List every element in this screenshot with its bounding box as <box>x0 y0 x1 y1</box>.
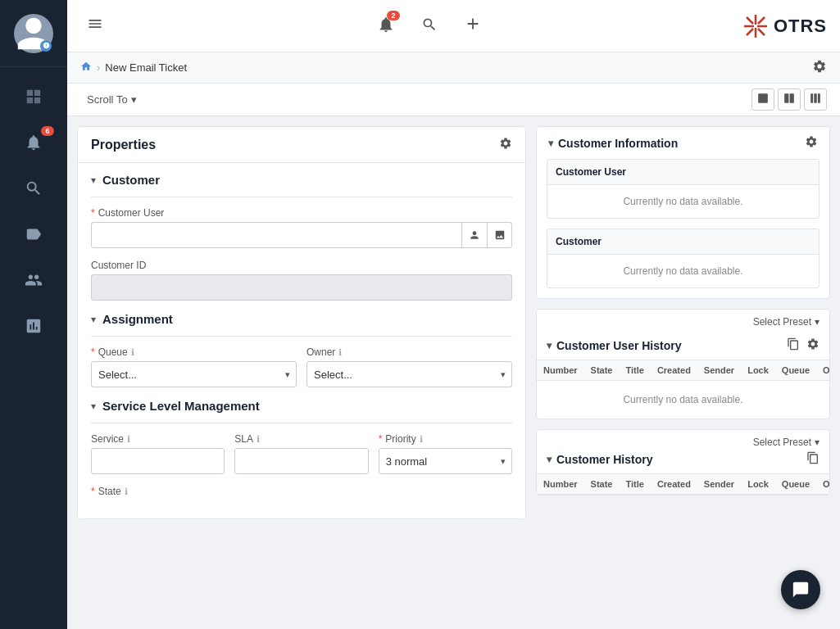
customer-user-history-settings-button[interactable] <box>806 337 820 353</box>
preset-chevron-icon: ▾ <box>815 316 820 328</box>
priority-label: * Priority ℹ <box>379 433 512 445</box>
svg-rect-8 <box>758 93 768 103</box>
header-center: 2 <box>116 8 742 43</box>
service-field-item: Service ℹ <box>91 433 225 474</box>
sidebar: 6 <box>0 0 67 629</box>
avatar-settings-badge <box>40 40 52 52</box>
history-col-owner: Owner <box>816 360 830 380</box>
properties-body: ▾ Customer * Customer User <box>78 163 525 518</box>
queue-select[interactable]: Select... <box>91 361 297 387</box>
customer-id-label: Customer ID <box>91 260 512 271</box>
layout-three-column-button[interactable] <box>804 88 827 111</box>
service-info-icon[interactable]: ℹ <box>127 434 130 445</box>
customer-history-chevron-icon[interactable]: ▾ <box>547 454 552 465</box>
sidebar-item-tags[interactable] <box>0 211 67 257</box>
queue-label: * Queue ℹ <box>91 346 297 358</box>
customer-user-label: * Customer User <box>91 207 512 219</box>
slm-chevron-icon: ▾ <box>91 400 96 412</box>
properties-settings-button[interactable] <box>499 137 512 152</box>
layout-single-button[interactable] <box>751 88 774 111</box>
priority-select[interactable]: 3 normal <box>379 448 512 474</box>
owner-info-icon[interactable]: ℹ <box>338 347 342 358</box>
left-panel: Properties ▾ Customer <box>77 126 526 619</box>
chat-fab-button[interactable] <box>781 570 820 609</box>
customer-info-settings-button[interactable] <box>805 135 818 151</box>
history-col-owner: Owner <box>816 474 830 494</box>
customer-user-sub-body: Currently no data available. <box>547 185 819 218</box>
hamburger-button[interactable] <box>80 9 110 43</box>
sidebar-item-stats[interactable] <box>0 303 67 349</box>
content-area: Properties ▾ Customer <box>67 116 840 629</box>
avatar-section[interactable] <box>0 0 67 67</box>
scroll-to-button[interactable]: Scroll To ▾ <box>80 90 143 109</box>
sla-input[interactable] <box>234 448 368 474</box>
customer-user-history-preset-button[interactable]: Select Preset ▾ <box>753 316 820 328</box>
priority-info-icon[interactable]: ℹ <box>420 434 423 445</box>
assignment-section-header[interactable]: ▾ Assignment <box>91 312 512 326</box>
notification-badge: 2 <box>387 11 400 20</box>
sidebar-item-notifications[interactable]: 6 <box>0 120 67 165</box>
properties-header: Properties <box>78 127 525 163</box>
history-col-queue: Queue <box>775 360 816 380</box>
customer-user-history-chevron-icon[interactable]: ▾ <box>547 340 552 351</box>
svg-line-6 <box>758 17 765 24</box>
customer-user-sub-header: Customer User <box>547 160 819 185</box>
customer-user-input[interactable] <box>91 222 512 248</box>
right-panel: ▾ Customer Information Customer User Cur… <box>536 126 830 619</box>
page-settings-button[interactable] <box>812 59 827 76</box>
customer-section-title: Customer <box>102 173 160 187</box>
customer-info-chevron-icon[interactable]: ▾ <box>548 138 553 149</box>
customer-history-preset-button[interactable]: Select Preset ▾ <box>753 437 820 448</box>
sidebar-item-search[interactable] <box>0 165 67 211</box>
home-link[interactable] <box>80 61 92 75</box>
sidebar-item-people[interactable] <box>0 257 67 303</box>
history-col-sender: Sender <box>697 474 741 494</box>
queue-field-item: * Queue ℹ Select... ▾ <box>91 346 297 387</box>
properties-title: Properties <box>91 138 156 152</box>
customer-info-header: ▾ Customer Information <box>537 127 829 159</box>
otrs-logo: OTRS <box>742 13 827 39</box>
layout-two-column-button[interactable] <box>778 88 801 111</box>
svg-line-5 <box>758 29 765 35</box>
scroll-to-bar: Scroll To ▾ <box>67 84 840 116</box>
owner-select-wrapper: Select... ▾ <box>306 361 512 387</box>
customer-user-icon-button[interactable] <box>461 222 487 248</box>
customer-user-photo-button[interactable] <box>487 222 512 248</box>
svg-line-7 <box>747 29 753 35</box>
history-col-number: Number <box>537 360 584 380</box>
customer-sub-card: Customer Currently no data available. <box>547 229 820 288</box>
sla-info-icon[interactable]: ℹ <box>257 434 260 445</box>
slm-section-header[interactable]: ▾ Service Level Management <box>91 399 512 413</box>
global-search-button[interactable] <box>415 10 444 42</box>
customer-user-sub-card: Customer User Currently no data availabl… <box>547 159 820 219</box>
owner-select[interactable]: Select... <box>306 361 512 387</box>
history-col-title: Title <box>619 474 650 494</box>
properties-card: Properties ▾ Customer <box>77 126 526 519</box>
customer-user-input-group <box>91 222 512 248</box>
history-col-lock: Lock <box>741 360 775 380</box>
top-header: 2 OTR <box>67 0 840 52</box>
customer-section-header[interactable]: ▾ Customer <box>91 173 512 187</box>
state-info-icon[interactable]: ℹ <box>125 486 128 497</box>
sla-field-item: SLA ℹ <box>234 433 368 474</box>
svg-rect-9 <box>784 93 788 103</box>
breadcrumb: › New Email Ticket <box>80 61 187 75</box>
svg-rect-10 <box>790 93 794 103</box>
notification-button[interactable]: 2 <box>370 9 402 43</box>
history-col-state: State <box>584 360 620 380</box>
customer-history-copy-button[interactable] <box>806 451 820 467</box>
customer-user-history-copy-button[interactable] <box>787 337 800 353</box>
sidebar-item-dashboard[interactable] <box>0 74 67 120</box>
breadcrumb-current: New Email Ticket <box>105 61 187 74</box>
scroll-to-chevron: ▾ <box>131 93 137 106</box>
service-input[interactable] <box>91 448 225 474</box>
customer-id-field-group: Customer ID <box>91 260 512 301</box>
avatar[interactable] <box>14 14 53 53</box>
history-col-lock: Lock <box>741 474 775 494</box>
add-button[interactable] <box>457 8 488 43</box>
queue-info-icon[interactable]: ℹ <box>131 347 134 358</box>
customer-chevron-icon: ▾ <box>91 174 96 186</box>
customer-user-history-title-row: ▾ Customer User History <box>547 339 682 352</box>
owner-label: Owner ℹ <box>306 346 512 358</box>
history-col-sender: Sender <box>697 360 741 380</box>
